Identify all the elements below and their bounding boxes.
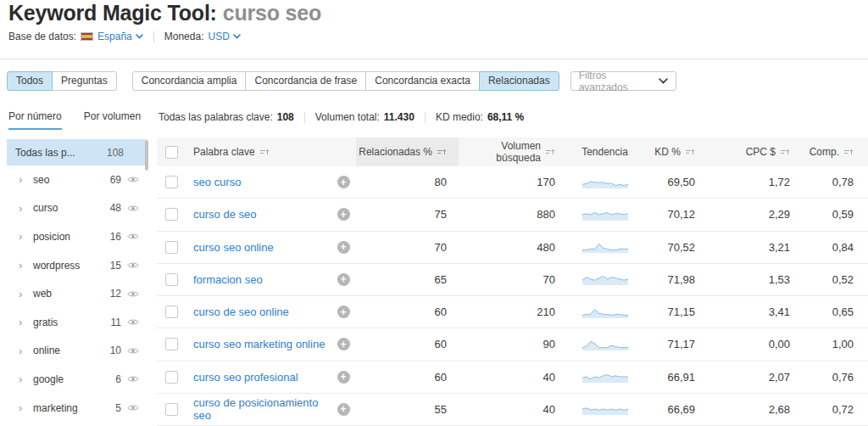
comp-value: 0,59: [797, 208, 868, 221]
trend-sparkline: [582, 240, 628, 254]
add-keyword-button[interactable]: [337, 305, 350, 318]
filter-button-preguntas[interactable]: Preguntas: [52, 71, 117, 91]
col-header-keyword[interactable]: Palabra clave: [191, 137, 331, 166]
row-select-cell: [157, 338, 191, 350]
chevron-right-icon: ›: [19, 231, 25, 242]
trend-sparkline: [582, 305, 628, 319]
group-count: 6: [115, 373, 121, 385]
kd-value: 70,12: [637, 208, 704, 221]
filter-button-concordancia-de-frase[interactable]: Concordancia de frase: [245, 71, 366, 91]
stat-item: Volumen total:11.430: [315, 111, 415, 123]
sidebar-item-google[interactable]: ›google6: [7, 365, 146, 394]
filter-button-todos[interactable]: Todos: [7, 71, 53, 91]
row-select-cell: [157, 305, 191, 318]
related-percent-value: 70: [356, 241, 459, 254]
sort-icon: [780, 148, 790, 156]
filter-button-concordancia-amplia[interactable]: Concordancia amplia: [132, 71, 247, 91]
keyword-cell: curso de posicionamiento seo: [191, 396, 331, 422]
database-selector[interactable]: España: [97, 31, 143, 42]
keyword-link[interactable]: curso de posicionamiento seo: [193, 396, 318, 422]
sidebar-item-web[interactable]: ›web12: [7, 279, 146, 308]
sidebar-item-gratis[interactable]: ›gratis11: [7, 308, 146, 337]
sidebar-scrollbar-thumb[interactable]: [145, 140, 148, 171]
group-label: wordpress: [33, 260, 110, 272]
add-keyword-button[interactable]: [337, 176, 350, 188]
col-header-cpc[interactable]: CPC $: [704, 137, 797, 166]
add-keyword-button[interactable]: [337, 403, 350, 416]
sidebar-item-posicion[interactable]: ›posicion16: [7, 222, 146, 251]
col-header-related[interactable]: Relacionadas %: [356, 137, 459, 166]
eye-icon[interactable]: [127, 318, 139, 326]
row-checkbox[interactable]: [165, 371, 178, 384]
advanced-filters-select[interactable]: Filtros avanzados: [570, 71, 676, 91]
stat-value: 68,11 %: [487, 111, 524, 123]
eye-icon[interactable]: [127, 176, 139, 183]
eye-icon[interactable]: [127, 233, 139, 240]
divider: [304, 112, 305, 123]
row-select-cell: [157, 403, 191, 416]
keyword-link[interactable]: curso de seo online: [193, 305, 289, 318]
keyword-link[interactable]: curso seo marketing online: [193, 338, 325, 350]
sidebar-item-seo[interactable]: ›seo69: [7, 165, 146, 194]
group-label: gratis: [33, 317, 111, 328]
row-checkbox[interactable]: [165, 305, 178, 318]
sidebar-item-all-keywords[interactable]: Todas las p... 108: [7, 139, 146, 165]
match-type-group-2: Concordancia ampliaConcordancia de frase…: [132, 71, 559, 91]
keyword-link[interactable]: curso de seo: [193, 208, 256, 221]
sidebar-item-wordpress[interactable]: ›wordpress15: [7, 251, 146, 280]
view-tab-por-n-mero[interactable]: Por número: [8, 110, 62, 130]
add-keyword-button[interactable]: [337, 273, 350, 286]
group-label: web: [33, 288, 110, 300]
keyword-cell: curso de seo online: [191, 305, 331, 318]
view-tab-por-volumen[interactable]: Por volumen: [84, 110, 141, 130]
add-keyword-button[interactable]: [337, 371, 350, 384]
keyword-link[interactable]: formacion seo: [193, 273, 263, 286]
eye-icon[interactable]: [127, 404, 139, 412]
add-keyword-button[interactable]: [337, 338, 350, 350]
eye-icon[interactable]: [127, 347, 139, 355]
sidebar-item-online[interactable]: ›online10: [7, 337, 146, 366]
row-checkbox[interactable]: [165, 208, 178, 221]
add-keyword-button[interactable]: [337, 208, 350, 221]
row-select-cell: [157, 208, 191, 221]
sidebar-item-curso[interactable]: ›curso48: [7, 194, 146, 223]
keyword-table: Palabra clave Relacionadas % Volumen bús…: [157, 137, 868, 426]
related-percent-value: 55: [356, 403, 459, 416]
table-row: curso seo online7048070,523,210,84: [157, 232, 868, 264]
eye-icon[interactable]: [127, 375, 139, 383]
eye-icon[interactable]: [127, 290, 139, 298]
sidebar-item-marketing[interactable]: ›marketing5: [7, 394, 146, 423]
row-checkbox[interactable]: [165, 338, 178, 350]
trend-cell: [572, 240, 637, 254]
trend-sparkline: [582, 176, 628, 189]
row-checkbox[interactable]: [165, 403, 178, 416]
col-header-comp[interactable]: Comp.: [797, 137, 868, 166]
group-label: marketing: [33, 402, 115, 414]
keyword-link[interactable]: curso seo profesional: [193, 371, 298, 384]
row-checkbox[interactable]: [165, 176, 178, 188]
filter-button-relacionadas[interactable]: Relacionadas: [479, 71, 559, 91]
trend-cell: [572, 305, 637, 319]
col-header-kd[interactable]: KD %: [637, 137, 704, 166]
filter-button-concordancia-exacta[interactable]: Concordancia exacta: [365, 71, 480, 91]
eye-icon[interactable]: [127, 261, 139, 269]
volume-value: 880: [459, 208, 572, 221]
table-row: curso seo marketing online609071,170,001…: [157, 328, 868, 361]
stat-item: Todas las palabras clave:108: [159, 111, 294, 123]
cpc-value: 3,21: [704, 241, 797, 254]
volume-value: 90: [459, 338, 572, 350]
keyword-link[interactable]: seo curso: [193, 176, 241, 188]
keyword-cell: curso seo profesional: [191, 371, 331, 384]
eye-icon[interactable]: [127, 205, 139, 212]
comp-value: 0,65: [797, 305, 868, 318]
currency-selector[interactable]: USD: [208, 31, 240, 42]
trend-cell: [572, 208, 637, 221]
col-header-volume[interactable]: Volumen búsqueda: [459, 137, 572, 166]
stat-label: Volumen total:: [315, 111, 380, 123]
keyword-link[interactable]: curso seo online: [193, 241, 274, 254]
row-checkbox[interactable]: [165, 241, 178, 254]
add-keyword-button[interactable]: [337, 241, 350, 254]
row-checkbox[interactable]: [165, 273, 178, 286]
add-cell: [331, 241, 356, 254]
select-all-checkbox[interactable]: [165, 146, 178, 159]
